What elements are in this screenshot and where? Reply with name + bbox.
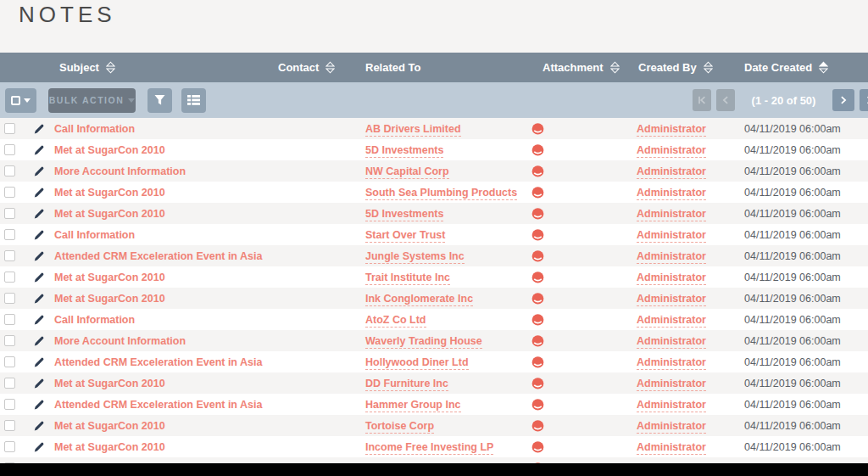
edit-pencil-icon[interactable] bbox=[33, 208, 45, 220]
related-to-link[interactable]: Jungle Systems Inc bbox=[365, 250, 465, 264]
related-to-link[interactable]: Waverly Trading House bbox=[365, 335, 482, 349]
row-checkbox[interactable] bbox=[4, 272, 15, 283]
related-to-link[interactable]: Hammer Group Inc bbox=[365, 399, 461, 412]
edit-pencil-icon[interactable] bbox=[33, 441, 45, 453]
select-all-dropdown-button[interactable] bbox=[5, 88, 36, 113]
created-by-link[interactable]: Administrator bbox=[637, 208, 706, 221]
subject-link[interactable]: Attended CRM Exceleration Event in Asia bbox=[54, 250, 262, 262]
attachment-eye-icon[interactable] bbox=[531, 441, 544, 453]
edit-pencil-icon[interactable] bbox=[33, 420, 45, 432]
related-to-link[interactable]: Income Free Investing LP bbox=[365, 441, 493, 455]
created-by-link[interactable]: Administrator bbox=[637, 335, 706, 349]
created-by-link[interactable]: Administrator bbox=[637, 314, 706, 328]
attachment-eye-icon[interactable] bbox=[531, 187, 544, 199]
row-checkbox[interactable] bbox=[4, 420, 15, 431]
row-checkbox[interactable] bbox=[4, 441, 15, 452]
created-by-link[interactable]: Administrator bbox=[637, 187, 706, 200]
attachment-eye-icon[interactable] bbox=[531, 144, 544, 156]
created-by-link[interactable]: Administrator bbox=[637, 250, 706, 264]
created-by-link[interactable]: Administrator bbox=[637, 123, 706, 137]
sort-icon[interactable] bbox=[326, 61, 335, 74]
subject-link[interactable]: Attended CRM Exceleration Event in Asia bbox=[54, 356, 262, 368]
pagination-last-button[interactable] bbox=[860, 89, 868, 111]
attachment-eye-icon[interactable] bbox=[531, 272, 544, 283]
related-to-link[interactable]: Hollywood Diner Ltd bbox=[365, 356, 469, 370]
created-by-link[interactable]: Administrator bbox=[637, 165, 706, 179]
subject-link[interactable]: Call Information bbox=[54, 229, 135, 241]
row-checkbox[interactable] bbox=[4, 399, 15, 410]
subject-link[interactable]: Call Information bbox=[54, 123, 135, 135]
created-by-link[interactable]: Administrator bbox=[637, 229, 706, 243]
pagination-first-button[interactable] bbox=[693, 89, 711, 111]
created-by-link[interactable]: Administrator bbox=[637, 399, 706, 412]
edit-pencil-icon[interactable] bbox=[33, 123, 45, 135]
edit-pencil-icon[interactable] bbox=[33, 272, 45, 283]
edit-pencil-icon[interactable] bbox=[33, 165, 45, 177]
edit-pencil-icon[interactable] bbox=[33, 356, 45, 368]
attachment-eye-icon[interactable] bbox=[531, 378, 544, 389]
row-checkbox[interactable] bbox=[4, 187, 15, 198]
attachment-eye-icon[interactable] bbox=[531, 420, 544, 432]
subject-link[interactable]: Met at SugarCon 2010 bbox=[54, 272, 165, 283]
subject-link[interactable]: Met at SugarCon 2010 bbox=[54, 208, 165, 220]
edit-pencil-icon[interactable] bbox=[33, 335, 45, 347]
column-header-attachment[interactable]: Attachment bbox=[521, 61, 632, 74]
edit-pencil-icon[interactable] bbox=[33, 293, 45, 305]
created-by-link[interactable]: Administrator bbox=[637, 272, 706, 285]
attachment-eye-icon[interactable] bbox=[531, 335, 544, 347]
pagination-next-button[interactable] bbox=[832, 89, 854, 111]
column-header-date-created[interactable]: Date Created bbox=[737, 61, 868, 74]
related-to-link[interactable]: AtoZ Co Ltd bbox=[365, 314, 426, 328]
related-to-link[interactable]: Tortoise Corp bbox=[365, 420, 434, 434]
created-by-link[interactable]: Administrator bbox=[637, 378, 706, 391]
column-chooser-button[interactable] bbox=[181, 88, 206, 113]
subject-link[interactable]: Met at SugarCon 2010 bbox=[54, 378, 165, 389]
column-header-subject[interactable]: Subject bbox=[53, 61, 275, 74]
row-checkbox[interactable] bbox=[4, 378, 15, 389]
edit-pencil-icon[interactable] bbox=[33, 229, 45, 241]
related-to-link[interactable]: Start Over Trust bbox=[365, 229, 445, 243]
edit-pencil-icon[interactable] bbox=[33, 187, 45, 199]
row-checkbox[interactable] bbox=[4, 250, 15, 261]
attachment-eye-icon[interactable] bbox=[531, 314, 544, 326]
row-checkbox[interactable] bbox=[4, 208, 15, 219]
subject-link[interactable]: More Account Information bbox=[54, 335, 186, 347]
attachment-eye-icon[interactable] bbox=[531, 250, 544, 262]
bulk-action-button[interactable]: BULK ACTION bbox=[48, 88, 136, 113]
subject-link[interactable]: Met at SugarCon 2010 bbox=[54, 293, 165, 305]
row-checkbox[interactable] bbox=[4, 314, 15, 325]
created-by-link[interactable]: Administrator bbox=[637, 441, 706, 455]
row-checkbox[interactable] bbox=[4, 356, 15, 367]
edit-pencil-icon[interactable] bbox=[33, 250, 45, 262]
related-to-link[interactable]: AB Drivers Limited bbox=[365, 123, 461, 137]
edit-pencil-icon[interactable] bbox=[33, 378, 45, 389]
subject-link[interactable]: Attended CRM Exceleration Event in Asia bbox=[54, 399, 262, 411]
attachment-eye-icon[interactable] bbox=[531, 229, 544, 241]
row-checkbox[interactable] bbox=[4, 144, 15, 155]
related-to-link[interactable]: NW Capital Corp bbox=[365, 165, 449, 179]
attachment-eye-icon[interactable] bbox=[531, 123, 544, 135]
column-header-created-by[interactable]: Created By bbox=[632, 61, 737, 74]
attachment-eye-icon[interactable] bbox=[531, 208, 544, 220]
row-checkbox[interactable] bbox=[4, 335, 15, 346]
sort-icon[interactable] bbox=[704, 61, 713, 74]
pagination-previous-button[interactable] bbox=[716, 89, 735, 111]
edit-pencil-icon[interactable] bbox=[33, 144, 45, 156]
row-checkbox[interactable] bbox=[4, 229, 15, 240]
created-by-link[interactable]: Administrator bbox=[637, 356, 706, 370]
edit-pencil-icon[interactable] bbox=[33, 399, 45, 411]
sort-icon[interactable] bbox=[819, 61, 828, 74]
subject-link[interactable]: Met at SugarCon 2010 bbox=[54, 420, 165, 432]
subject-link[interactable]: Met at SugarCon 2010 bbox=[54, 441, 165, 453]
related-to-link[interactable]: Trait Institute Inc bbox=[365, 272, 450, 285]
subject-link[interactable]: Met at SugarCon 2010 bbox=[54, 144, 165, 156]
created-by-link[interactable]: Administrator bbox=[637, 293, 706, 306]
created-by-link[interactable]: Administrator bbox=[637, 420, 706, 434]
related-to-link[interactable]: South Sea Plumbing Products bbox=[365, 187, 517, 200]
column-header-contact[interactable]: Contact bbox=[275, 61, 360, 74]
row-checkbox[interactable] bbox=[4, 165, 15, 176]
subject-link[interactable]: Met at SugarCon 2010 bbox=[54, 187, 165, 199]
edit-pencil-icon[interactable] bbox=[33, 314, 45, 326]
sort-icon[interactable] bbox=[106, 61, 115, 74]
related-to-link[interactable]: 5D Investments bbox=[365, 144, 443, 158]
